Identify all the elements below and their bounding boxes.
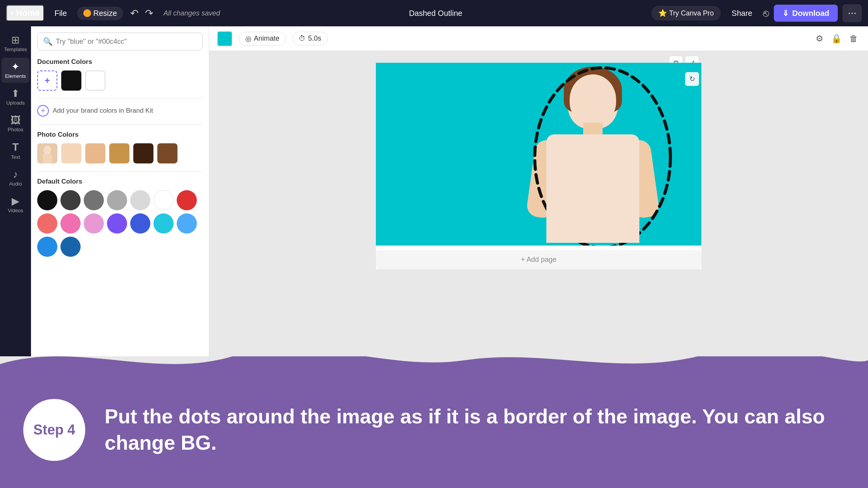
default-color-cyan[interactable] [153, 213, 174, 234]
star-icon: ⭐ [658, 9, 667, 17]
file-button[interactable]: File [49, 6, 72, 21]
animate-button[interactable]: ◎ Animate [239, 32, 286, 46]
search-icon: 🔍 [43, 37, 53, 46]
duration-value: 5.0s [308, 34, 321, 43]
sidebar-item-templates[interactable]: ⊞ Templates [2, 31, 29, 56]
templates-icon: ⊞ [11, 35, 20, 45]
lock-icon-button[interactable]: 🔒 [829, 31, 844, 46]
animate-label: Animate [254, 34, 279, 43]
duration-button[interactable]: ⏱ 5.0s [292, 32, 328, 45]
add-page-bar[interactable]: + Add page [376, 250, 701, 269]
default-color-xlgray[interactable] [130, 190, 150, 210]
redo-button[interactable]: ↷ [143, 5, 156, 22]
photo-color-4[interactable] [133, 143, 153, 163]
step-label: Step 4 [33, 421, 75, 438]
download-button[interactable]: ⇓ Download [774, 5, 838, 22]
background-color-indicator[interactable] [217, 31, 232, 46]
toolbar-right-icons: ⚙ 🔒 🗑 [813, 31, 860, 46]
dashed-outline-button[interactable]: Dashed Outline [403, 6, 468, 21]
color-search-box[interactable]: 🔍 [37, 33, 203, 50]
sidebar-label-audio: Audio [9, 181, 22, 187]
undo-button[interactable]: ↶ [128, 5, 141, 22]
default-color-salmon[interactable] [37, 213, 57, 234]
canvas-toolbar: ◎ Animate ⏱ 5.0s ⚙ 🔒 🗑 [209, 26, 868, 51]
photo-colors-title: Photo Colors [37, 131, 203, 139]
topbar-left: ‹ Home File Resize ↶ ↷ All changes saved [6, 5, 220, 22]
step-circle: Step 4 [23, 399, 85, 461]
audio-icon: ♪ [13, 169, 18, 179]
sidebar-item-elements[interactable]: ✦ Elements [2, 58, 29, 83]
download-icon: ⇓ [782, 9, 789, 18]
default-color-dark[interactable] [60, 190, 81, 210]
chevron-left-icon: ‹ [11, 8, 14, 18]
try-pro-button[interactable]: ⭐ Try Canva Pro [651, 6, 721, 21]
bottom-content: Step 4 Put the dots around the image as … [0, 372, 868, 488]
brand-kit-label: Add your brand colors in Brand Kit [53, 107, 153, 115]
person-body [527, 63, 659, 246]
more-options-button[interactable]: ⋯ [842, 4, 862, 22]
default-color-red[interactable] [177, 190, 197, 210]
elements-icon: ✦ [11, 62, 20, 72]
default-color-gray[interactable] [84, 190, 104, 210]
trash-icon-button[interactable]: 🗑 [847, 31, 860, 46]
clock-icon: ⏱ [299, 34, 306, 43]
chart-icon-button[interactable]: ⎋ [763, 7, 769, 19]
sidebar-item-audio[interactable]: ♪ Audio [2, 165, 29, 191]
default-colors-title: Default Colors [37, 178, 203, 186]
filter-icon-button[interactable]: ⚙ [813, 31, 826, 46]
canvas-frame: ↻ [376, 63, 701, 246]
default-color-lblue[interactable] [177, 213, 197, 234]
topbar-center: Dashed Outline [225, 6, 647, 21]
document-colors-title: Document Colors [37, 58, 203, 66]
sidebar-item-photos[interactable]: 🖼 Photos [2, 111, 29, 136]
try-pro-label: Try Canva Pro [669, 9, 714, 17]
doc-color-white[interactable] [85, 70, 105, 91]
default-color-black[interactable] [37, 190, 57, 210]
document-colors-row: + [37, 70, 203, 91]
sidebar-label-elements: Elements [5, 73, 26, 79]
photo-color-5[interactable] [157, 143, 177, 163]
brand-kit-plus-icon: + [37, 105, 49, 117]
photos-icon: 🖼 [10, 115, 21, 125]
photo-color-2[interactable] [85, 143, 105, 163]
color-search-input[interactable] [56, 38, 197, 46]
canvas-wrapper: ⧉ ⤢ [376, 63, 701, 269]
sidebar-label-text: Text [11, 154, 20, 160]
instruction-text: Put the dots around the image as if it i… [105, 404, 845, 456]
sidebar-item-text[interactable]: T Text [2, 138, 29, 164]
default-color-blue[interactable] [130, 213, 150, 234]
sidebar-item-uploads[interactable]: ⬆ Uploads [2, 84, 29, 110]
sidebar-item-videos[interactable]: ▶ Videos [2, 192, 29, 217]
default-color-pink[interactable] [60, 213, 81, 234]
sidebar-label-uploads: Uploads [6, 100, 25, 106]
photo-thumbnail[interactable] [37, 143, 57, 163]
resize-label: Resize [93, 9, 117, 18]
default-color-lpink[interactable] [84, 213, 104, 234]
default-color-dblue[interactable] [60, 237, 81, 257]
uploads-icon: ⬆ [11, 88, 20, 98]
default-color-white[interactable] [153, 190, 174, 210]
default-color-lgray[interactable] [107, 190, 127, 210]
default-color-violet[interactable] [107, 213, 127, 234]
brand-kit-row[interactable]: + Add your brand colors in Brand Kit [37, 105, 203, 117]
saved-status: All changes saved [164, 9, 220, 17]
animate-icon: ◎ [245, 34, 251, 43]
svg-point-1 [43, 146, 51, 155]
videos-icon: ▶ [12, 196, 19, 206]
topbar: ‹ Home File Resize ↶ ↷ All changes saved… [0, 0, 868, 26]
refresh-button[interactable]: ↻ [685, 72, 699, 86]
svg-rect-2 [43, 154, 52, 163]
resize-button[interactable]: Resize [77, 7, 123, 20]
doc-color-black[interactable] [61, 70, 81, 91]
photo-color-3[interactable] [109, 143, 129, 163]
photo-color-1[interactable] [61, 143, 81, 163]
default-color-medblue[interactable] [37, 237, 57, 257]
share-button[interactable]: Share [725, 6, 758, 21]
text-icon: T [12, 142, 19, 153]
sidebar-label-templates: Templates [4, 46, 27, 52]
photo-colors-row [37, 143, 203, 163]
divider-1 [37, 98, 203, 99]
sidebar-label-photos: Photos [8, 127, 23, 132]
add-color-button[interactable]: + [37, 70, 57, 91]
home-button[interactable]: ‹ Home [6, 5, 44, 21]
